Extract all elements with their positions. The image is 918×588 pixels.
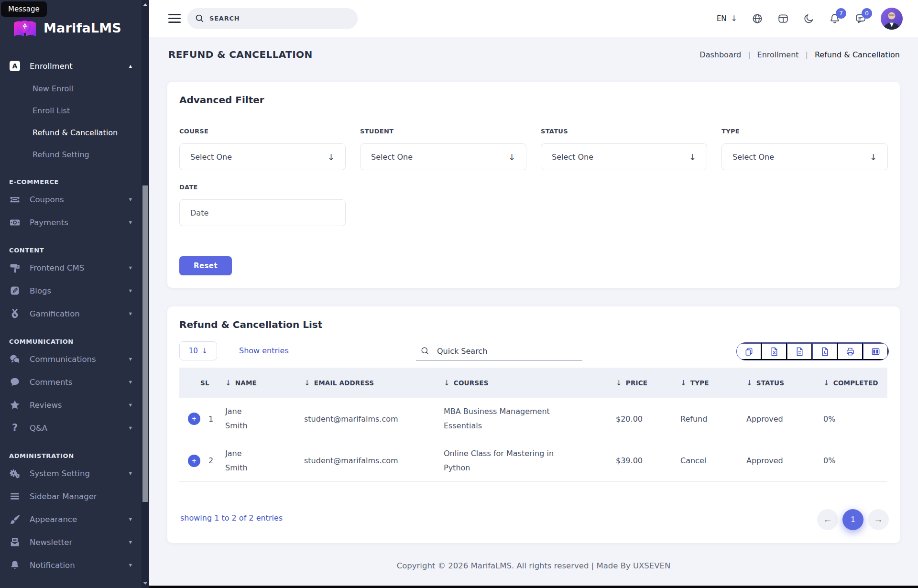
- row-completed: 0%: [823, 414, 835, 424]
- chevron-down-icon: ▼: [129, 403, 132, 407]
- ticket-icon: [9, 194, 21, 205]
- sidebar-subitem-new-enroll[interactable]: New Enroll: [0, 77, 142, 99]
- chevron-down-icon: ▼: [129, 426, 132, 430]
- date-input[interactable]: [179, 199, 346, 226]
- sidebar-item-label: Q&A: [30, 424, 129, 433]
- sidebar-item-enrollment[interactable]: AEnrollment▲: [0, 54, 142, 77]
- sidebar-item-sidebar-manager[interactable]: Sidebar Manager: [0, 485, 142, 508]
- breadcrumb-separator: |: [806, 50, 808, 59]
- type-select-value: Select One: [732, 152, 774, 162]
- sidebar-item-blogs[interactable]: Blogs▼: [0, 279, 142, 302]
- column-completed[interactable]: ↓COMPLETED: [820, 368, 887, 398]
- page-title: REFUND & CANCELLATION: [168, 49, 313, 60]
- student-select[interactable]: Select One ↓: [360, 143, 526, 170]
- breadcrumb-dashboard[interactable]: Dashboard: [699, 50, 741, 59]
- sidebar-item-appearance[interactable]: Appearance▼: [0, 508, 142, 531]
- prev-page-button[interactable]: ←: [817, 509, 838, 530]
- next-page-button[interactable]: →: [868, 509, 889, 530]
- sidebar-item-label: Blogs: [30, 286, 129, 295]
- chevron-down-icon: ▼: [129, 563, 132, 567]
- refund-list-card: Refund & Cancellation List 10 ↓ Show ent…: [167, 306, 900, 543]
- column-type[interactable]: ↓TYPE: [677, 368, 743, 398]
- copy-export-button[interactable]: [737, 343, 762, 360]
- student-label: STUDENT: [360, 128, 526, 135]
- status-select[interactable]: Select One ↓: [541, 143, 707, 170]
- scroll-down-icon[interactable]: [143, 582, 148, 585]
- sidebar-item-notification[interactable]: Notification▼: [0, 554, 142, 577]
- notifications-button[interactable]: 7: [829, 13, 841, 24]
- messages-button[interactable]: 0: [855, 13, 866, 24]
- columns-export-button[interactable]: [863, 343, 888, 360]
- show-entries-label[interactable]: Show entries: [239, 346, 289, 355]
- sidebar-item-frontend-cms[interactable]: Frontend CMS▼: [0, 256, 142, 279]
- sidebar-item-newsletter[interactable]: Newsletter▼: [0, 531, 142, 554]
- list-title: Refund & Cancellation List: [179, 319, 322, 330]
- sidebar-item-label: Newsletter: [30, 538, 129, 547]
- chevron-up-icon: ▲: [129, 64, 132, 68]
- sidebar-subitem-enroll-list[interactable]: Enroll List: [0, 99, 142, 121]
- sidebar-item-label: Gamification: [30, 309, 129, 318]
- sidebar-item-label: System Setting: [30, 469, 129, 478]
- sidebar-item-comments[interactable]: Comments▼: [0, 370, 142, 393]
- row-status: Approved: [746, 414, 783, 424]
- row-name: Jane Smith: [225, 446, 257, 475]
- chevron-down-icon: ▼: [129, 266, 132, 270]
- sort-icon: ↓: [680, 379, 687, 387]
- sidebar-item-system-setting[interactable]: System Setting▼: [0, 462, 142, 485]
- sort-icon: ↓: [225, 379, 231, 387]
- sidebar-item-communications[interactable]: Communications▼: [0, 348, 142, 370]
- quick-search-input[interactable]: [437, 347, 582, 356]
- student-select-value: Select One: [371, 152, 413, 162]
- breadcrumb-enrollment[interactable]: Enrollment: [757, 50, 799, 59]
- avatar[interactable]: [881, 8, 903, 30]
- sidebar-item-reviews[interactable]: Reviews▼: [0, 393, 142, 416]
- menu-toggle-icon[interactable]: [168, 11, 181, 25]
- reset-button[interactable]: Reset: [179, 256, 232, 275]
- sidebar-subitem-refund-cancellation[interactable]: Refund & Cancellation: [0, 121, 142, 143]
- sidebar-item-gamification[interactable]: Gamification▼: [0, 302, 142, 325]
- column-courses[interactable]: ↓COURSES: [440, 368, 612, 398]
- date-filter: DATE: [179, 184, 346, 226]
- global-search[interactable]: [187, 8, 358, 29]
- column-email[interactable]: ↓EMAIL ADDRESS: [300, 368, 440, 398]
- course-select[interactable]: Select One ↓: [179, 143, 346, 170]
- column-price[interactable]: ↓PRICE: [612, 368, 677, 398]
- search-input[interactable]: [209, 15, 350, 22]
- print-export-button[interactable]: [838, 343, 863, 360]
- pdf-export-button[interactable]: [812, 343, 838, 360]
- search-icon: [421, 347, 429, 355]
- quick-search[interactable]: [416, 341, 582, 361]
- expand-row-button[interactable]: +: [188, 413, 200, 425]
- sidebar-item-q-a[interactable]: ?Q&A▼: [0, 416, 142, 439]
- sidebar-item-payments[interactable]: Payments▼: [0, 211, 142, 234]
- language-selector[interactable]: EN ↓: [717, 14, 737, 23]
- csv-export-button[interactable]: [787, 343, 812, 360]
- sidebar-item-label: Reviews: [30, 401, 129, 410]
- row-type: Cancel: [680, 456, 706, 465]
- column-status[interactable]: ↓STATUS: [743, 368, 820, 398]
- breadcrumb-separator: |: [748, 50, 750, 59]
- globe-icon[interactable]: [752, 13, 763, 24]
- column-name[interactable]: ↓NAME: [221, 368, 300, 398]
- excel-export-button[interactable]: [762, 343, 787, 360]
- sidebar-item-coupons[interactable]: Coupons▼: [0, 188, 142, 211]
- sidebar-item-label: Appearance: [30, 515, 129, 524]
- star-icon: [9, 399, 21, 411]
- moon-icon[interactable]: [803, 13, 815, 24]
- sidebar-scrollbar-thumb[interactable]: [142, 185, 148, 502]
- sidebar-scrollbar[interactable]: [142, 0, 149, 588]
- expand-row-button[interactable]: +: [188, 455, 200, 467]
- arrow-left-icon: ←: [823, 514, 832, 525]
- current-page-button[interactable]: 1: [842, 509, 863, 530]
- type-select[interactable]: Select One ↓: [721, 143, 888, 170]
- student-filter: STUDENT Select One ↓: [360, 128, 526, 170]
- list-icon: [9, 490, 21, 502]
- refund-table: SL ↓NAME ↓EMAIL ADDRESS ↓COURSES ↓PRICE …: [179, 368, 887, 482]
- sidebar-subitem-refund-setting[interactable]: Refund Setting: [0, 143, 142, 165]
- filter-title: Advanced Filter: [179, 94, 264, 106]
- page-size-select[interactable]: 10 ↓: [179, 341, 217, 360]
- scroll-up-icon[interactable]: [143, 3, 148, 6]
- sidebar-item-label: Comments: [30, 378, 129, 387]
- breadcrumb-current: Refund & Cancellation: [815, 50, 900, 59]
- layout-icon[interactable]: [777, 13, 789, 24]
